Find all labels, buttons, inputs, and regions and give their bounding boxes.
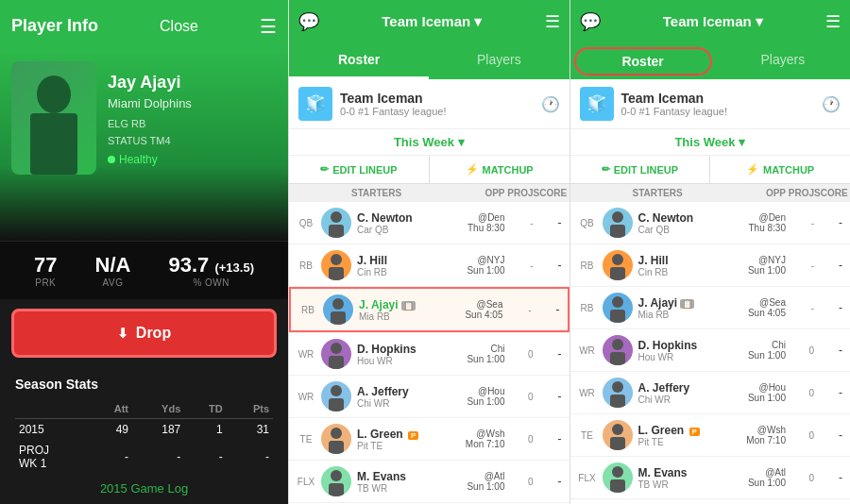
player-score: - [820, 259, 842, 272]
list-item[interactable]: RB J. Ajayi 📋 Mia RB @SeaSun 4:05 - - [289, 287, 570, 332]
tab-players-left[interactable]: Players [429, 42, 569, 79]
player-thumb [603, 420, 633, 450]
col-yds: Yds [132, 399, 184, 419]
player-row-name: M. Evans [357, 470, 461, 483]
own-label: % OWN [168, 277, 254, 288]
pos-label: RB [578, 260, 597, 271]
player-score: - [820, 471, 842, 484]
player-thumb [321, 381, 351, 412]
team-name-left: Team Iceman [340, 91, 534, 106]
list-item[interactable]: QB C. Newton Car QB @DenThu 8:30 - - [289, 202, 570, 244]
list-item[interactable]: D/ST Chiefs D/ST KC D/ST SDSun 1:00 0 - [570, 499, 851, 504]
player-thumb [321, 339, 351, 369]
player-thumb [603, 293, 633, 323]
player-proj: - [511, 260, 534, 271]
player-opp: @AtlSun 1:00 [748, 467, 786, 488]
proj-col-left: Proj [505, 188, 534, 198]
player-details: J. Hill Cin RB [638, 254, 742, 277]
tab-roster-left[interactable]: Roster [289, 42, 429, 79]
player-info-title: Player Info [11, 16, 98, 36]
player-row-team: TB WR [357, 483, 461, 494]
chat-icon-right[interactable]: 💬 [580, 11, 601, 32]
week-selector-right[interactable]: This Week ▾ [570, 129, 851, 156]
player-opp: @DenThu 8:30 [749, 212, 786, 233]
menu-icon-right[interactable]: ☰ [825, 11, 841, 32]
pos-label: WR [297, 349, 315, 360]
list-item[interactable]: TE L. Green P Pit TE @WshMon 7:10 0 - [570, 414, 851, 456]
tab-roster-right[interactable]: Roster [574, 47, 712, 76]
player-details: A. Jeffery Chi WR [638, 381, 742, 405]
player-proj: 0 [791, 388, 814, 398]
drop-button[interactable]: ⬇ Drop [11, 309, 277, 358]
avg-label: AVG [95, 277, 131, 288]
svg-point-12 [331, 428, 342, 439]
team-title-left: Team Iceman ▾ [382, 13, 482, 30]
player-thumb [603, 335, 633, 365]
matchup-icon: ⚡ [466, 163, 479, 176]
team-section-left: 🧊 Team Iceman 0-0 #1 Fantasy league! 🕐 [289, 79, 570, 129]
edit-lineup-btn-right[interactable]: ✏ EDIT LINEUP [570, 156, 711, 183]
player-status: STATUS TM4 [108, 133, 265, 150]
game-log-link[interactable]: 2015 Game Log [15, 481, 273, 496]
matchup-btn-left[interactable]: ⚡ MATCHUP [430, 156, 570, 183]
player-thumb [323, 294, 353, 325]
player-row-team: Car QB [638, 225, 743, 235]
player-thumb [321, 208, 351, 238]
player-proj: - [791, 260, 814, 271]
player-proj: 0 [791, 473, 814, 483]
team-name-right: Team Iceman [621, 91, 815, 106]
menu-icon-left[interactable]: ☰ [545, 11, 560, 32]
svg-point-6 [332, 298, 344, 310]
matchup-btn-right[interactable]: ⚡ MATCHUP [710, 156, 850, 183]
list-item[interactable]: RB J. Hill Cin RB @NYJSun 1:00 - - [570, 244, 851, 286]
pos-label: WR [297, 392, 315, 402]
list-item[interactable]: QB C. Newton Car QB @DenThu 8:30 - - [570, 202, 851, 244]
week-selector-left[interactable]: This Week ▾ [289, 129, 570, 156]
close-button[interactable]: Close [160, 18, 198, 35]
list-item[interactable]: WR A. Jeffery Chi WR @HouSun 1:00 0 - [289, 376, 570, 417]
chat-icon[interactable]: 💬 [298, 11, 319, 32]
list-item[interactable]: WR A. Jeffery Chi WR @HouSun 1:00 0 - [570, 372, 851, 413]
player-row-team: Cin RB [357, 267, 461, 277]
svg-rect-15 [329, 483, 344, 496]
stats-table: Att Yds TD Pts 2015 49 187 1 31 PROJWK 1… [15, 399, 273, 474]
list-item[interactable]: TE L. Green P Pit TE @WshMon 7:10 0 - [289, 418, 570, 460]
list-item[interactable]: FLX M. Evans TB WR @AtlSun 1:00 0 - [570, 457, 851, 498]
player-row-name: J. Hill [357, 254, 461, 267]
clock-icon-left[interactable]: 🕐 [541, 95, 560, 113]
starters-header-left: STARTERS Opp Proj Score [289, 184, 570, 202]
menu-icon[interactable]: ☰ [260, 15, 277, 38]
edit-lineup-btn-left[interactable]: ✏ EDIT LINEUP [289, 156, 430, 183]
list-item[interactable]: RB J. Ajayi 📋 Mia RB @SeaSun 4:05 - - [570, 287, 851, 328]
svg-point-28 [612, 424, 623, 435]
svg-rect-31 [610, 479, 625, 493]
tab-players-right[interactable]: Players [716, 42, 850, 79]
tab-bar-right: Roster Players [570, 42, 851, 79]
svg-rect-13 [329, 441, 344, 454]
player-details: J. Ajayi 📋 Mia RB [638, 296, 742, 320]
list-item[interactable]: FLX M. Evans TB WR @AtlSun 1:00 0 - [289, 461, 570, 502]
player-details: J. Hill Cin RB [357, 254, 461, 277]
svg-point-18 [612, 211, 623, 223]
matchup-icon-right: ⚡ [746, 163, 759, 176]
clock-icon-right[interactable]: 🕐 [822, 95, 841, 113]
team-record-right: 0-0 #1 Fantasy league! [621, 106, 815, 117]
health-dot [108, 156, 115, 163]
list-item[interactable]: WR D. Hopkins Hou WR ChiSun 1:00 0 - [289, 333, 570, 375]
player-opp: ChiSun 1:00 [467, 344, 504, 364]
score-col-left: Score [534, 188, 562, 198]
list-item[interactable]: WR D. Hopkins Hou WR ChiSun 1:00 0 - [570, 329, 851, 371]
team-record-left: 0-0 #1 Fantasy league! [340, 106, 534, 117]
pos-label: FLX [297, 477, 315, 487]
list-item[interactable]: RB J. Hill Cin RB @NYJSun 1:00 - - [289, 244, 570, 286]
action-bar-left: ✏ EDIT LINEUP ⚡ MATCHUP [289, 156, 570, 184]
edit-icon: ✏ [320, 163, 329, 176]
svg-rect-29 [610, 437, 625, 450]
score-col-right: Score [814, 188, 842, 198]
player-info-header: Player Info Close ☰ [0, 0, 288, 52]
table-row: PROJWK 1 - - - - [15, 440, 273, 474]
pos-label: RB [298, 305, 317, 315]
roster-header-left: 💬 Team Iceman ▾ ☰ [289, 0, 570, 42]
player-details: L. Green P Pit TE [638, 424, 741, 447]
pos-label: WR [578, 388, 597, 398]
